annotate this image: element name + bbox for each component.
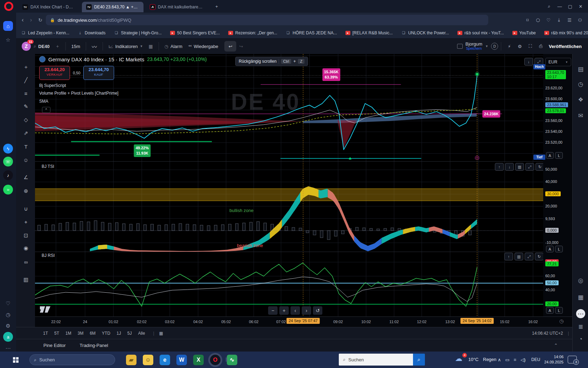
pane-reset-button[interactable]: ↻ [535,253,544,260]
magnet-tool-icon[interactable]: ∪ [22,205,30,213]
log-scale-button[interactable]: L [555,152,563,159]
pane-up-button[interactable]: ↑ [495,163,504,171]
weather-desc[interactable]: Regen [483,357,496,362]
browser-tab-1[interactable]: TVDAX Index Chart - DAX 40 [18,2,80,12]
replay-button[interactable]: ⏪︎Wiedergabe [185,43,221,49]
brush-tool-icon[interactable]: ✎ [22,103,30,110]
range-1t-button[interactable]: 1T [40,331,51,336]
range-1m-button[interactable]: 1M [62,331,75,336]
trendline-tool-icon[interactable]: ╱ [22,76,30,84]
redo-button[interactable]: ↪ [236,44,246,49]
range-3m-button[interactable]: 3M [75,331,87,336]
favorite-icon[interactable]: ♡ [543,18,554,23]
rail-alerts-icon[interactable]: ◷ [576,80,585,89]
new-tab-button[interactable]: + [211,4,222,9]
log-scale-button[interactable]: L [555,246,563,252]
sidebar-history-icon[interactable]: ◷ [3,310,13,320]
sidebar-home-icon[interactable]: ⌂ [3,21,13,31]
emoji-tool-icon[interactable]: ☺ [22,156,30,164]
bookmark-item[interactable]: ❏Strategie | High-Gro... [114,30,162,35]
undo-button[interactable]: ↩ [224,41,236,52]
search-flyout-field[interactable]: ⌕ Suchen [339,354,413,366]
word-taskbar-icon[interactable]: W [176,355,187,365]
taskbar-search-field[interactable]: ⌕ Suchen [29,354,115,365]
compare-button[interactable]: ＋ [52,43,63,49]
interval-button[interactable]: 15m [69,44,83,49]
browser-tab-2[interactable]: TVDE40 23.643,70 ▲ +0.43% [82,2,144,12]
rail-timezone-icon[interactable]: ◔ [576,335,585,344]
charts-app-taskbar-icon[interactable]: ∿ [227,355,237,365]
bookmark-item[interactable]: ❏UNLOCK the Power... [401,30,449,35]
pane-delete-button[interactable]: ▥ [515,163,524,171]
drive-badge[interactable]: D [491,43,498,50]
rail-more-options-icon[interactable]: ⋯ [576,309,585,318]
tab-trading-panel[interactable]: Trading-Panel [80,343,108,348]
tray-expand-icon[interactable]: ∧ [498,357,501,362]
indicator-legend-2[interactable]: Volume Profile + Pivot Levels [ChartPrim… [39,91,118,96]
buy-button[interactable]: 23.644,70KAUF [83,66,114,80]
bookmark-item[interactable]: ▶[RELAX R&B Music... [345,30,393,35]
sidebar-favorites-icon[interactable]: ♡ [3,299,13,308]
window-maximize-button[interactable]: ▢ [565,4,575,9]
sell-button[interactable]: 23.644,20VERKAUF [39,66,70,80]
url-field[interactable]: 🔒 de.tradingview.com/chart/d50glPWQ [46,15,488,25]
keyboard-language[interactable]: DEU [531,357,540,362]
snapshot-icon[interactable]: ⌑ [522,18,533,23]
edge-taskbar-icon[interactable]: e [160,355,170,365]
sidebar-settings-icon[interactable]: ⚙ [3,321,13,331]
bookmark-item[interactable]: ▶50 Best Singers EVE... [170,30,220,35]
window-close-button[interactable]: ✕ [575,4,586,9]
pane-down-button[interactable]: ↓ [505,163,514,171]
crosshair-tool-icon[interactable]: ＋ [22,63,30,71]
alert-button[interactable]: ◷Alarm [162,44,185,49]
range-6m-button[interactable]: 6M [86,331,99,336]
indicator-legend-3[interactable]: SMA [39,99,48,104]
browser-tab-3[interactable]: ADAX mit kalkulierbarem Ri [146,2,207,12]
range-ytd-button[interactable]: YTD [99,331,113,336]
forward-button[interactable]: › [30,16,32,23]
bookmark-item[interactable]: ❏Led Zeppelin - Kenn... [21,30,69,35]
weather-icon[interactable]: ☁ 4 [455,354,465,365]
bookmark-item[interactable]: ▶r&b mix 90's and 20... [544,30,588,35]
scroll-right-button[interactable]: › [302,306,311,315]
sidebar-tiktok-icon[interactable]: ♪ [3,170,13,180]
opera-taskbar-icon[interactable]: O [210,355,220,365]
auto-scale-button[interactable]: A [546,152,554,159]
pane-title-tsi[interactable]: BJ TSI [42,164,54,169]
search-flyout-button[interactable]: ⌕ [413,354,425,366]
range-5t-button[interactable]: 5T [51,331,62,336]
sidebar-aria-icon[interactable]: a [3,332,13,342]
sticker-app-taskbar-icon[interactable]: ☺ [143,355,153,365]
window-minimize-button[interactable]: — [554,4,565,9]
bookmark-item[interactable]: ▶YouTube [512,30,536,35]
network-icon[interactable]: ⌗ [514,357,516,363]
server-clock[interactable]: 14:06:42 UTC+2 [532,331,563,336]
snapshot-camera-icon[interactable]: ⎙ [536,43,546,49]
layout-grid-button[interactable]: ▦ [146,44,155,49]
chart-legend-header[interactable]: Germany DAX 40 Index · 15 · IC Markets 2… [39,56,207,62]
rail-watchlist-icon[interactable]: ▤ [576,64,585,74]
log-scale-button[interactable]: L [555,307,563,314]
indicators-button[interactable]: 📈︎Indikatoren▼ [106,44,146,49]
bookmark-item[interactable]: ❏HÖRE DAS JEDE NA... [286,30,337,35]
projection-tool-icon[interactable]: ⇗ [22,129,30,137]
sidebar-messenger-icon[interactable]: ϟ [3,144,13,154]
remove-drawings-tool-icon[interactable]: ▥ [22,276,30,284]
reload-button[interactable]: ↻ [38,17,42,23]
currency-selector[interactable]: EUR▼ [545,58,571,66]
symbol-search[interactable]: ⌕DE40 [31,43,52,49]
start-button[interactable] [10,355,21,365]
publish-button[interactable]: Veröffentlichen [546,44,584,49]
back-button[interactable]: ‹ [22,16,24,23]
excel-taskbar-icon[interactable]: X [193,355,204,365]
quick-actions-icon[interactable]: ⚡︎ [504,44,514,49]
layout-chevron-icon[interactable]: ▼ [485,45,488,48]
pane-delete-button[interactable]: ▥ [514,253,523,260]
pane-title-rsi[interactable]: BJ RSI [42,253,55,258]
sidebar-bookmarks-icon[interactable]: ☆ [3,35,13,45]
layout-name[interactable]: BjorgumSpeichern [465,42,482,51]
text-tool-icon[interactable]: T [22,143,30,150]
chart-style-button[interactable]: 〰 [89,43,100,50]
range-5j-button[interactable]: 5J [124,331,135,336]
extension-icon[interactable]: ⬡ [533,18,543,23]
